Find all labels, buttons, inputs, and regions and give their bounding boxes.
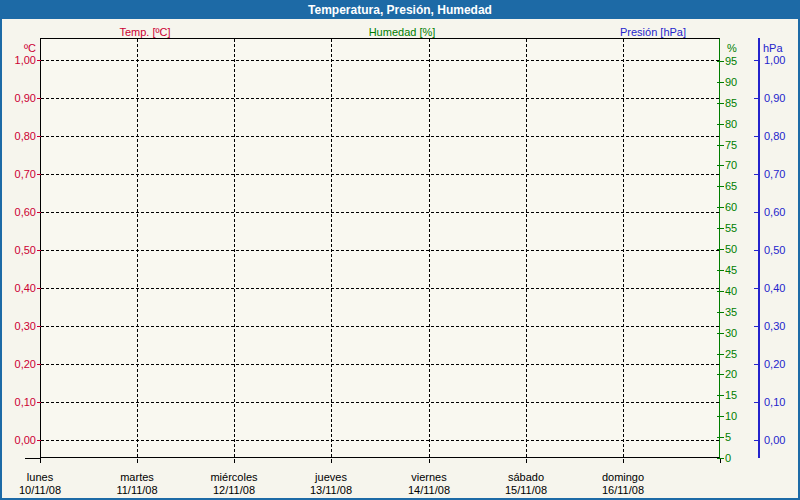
humidity-tick-label: 95 — [725, 55, 737, 67]
pressure-axis-tick — [754, 136, 759, 137]
temp-tick-label: 0,40 — [2, 282, 36, 294]
pressure-axis-tick — [754, 60, 759, 61]
date-label: 14/11/08 — [408, 484, 450, 496]
date-label: 11/11/08 — [116, 484, 157, 496]
x-axis-tick — [623, 459, 624, 463]
pressure-axis-tick — [754, 212, 759, 213]
pressure-axis-tick — [754, 402, 759, 403]
pressure-tick-label: 0,50 — [764, 244, 785, 256]
temp-axis-tick — [37, 174, 41, 175]
temp-tick-label: 0,90 — [2, 92, 36, 104]
grid-line-v — [526, 39, 527, 457]
humidity-tick-label: 20 — [725, 368, 737, 380]
pressure-axis-unit: hPa — [763, 42, 783, 54]
pressure-axis-line — [758, 38, 760, 458]
date-label: 12/11/08 — [213, 484, 255, 496]
humidity-axis-tick — [717, 145, 724, 146]
grid-line-v — [137, 39, 138, 457]
pressure-tick-label: 0,00 — [764, 434, 785, 446]
humidity-axis-tick — [717, 249, 724, 250]
temp-tick-label: 0,20 — [2, 358, 36, 370]
pressure-tick-label: 0,20 — [764, 358, 785, 370]
day-label: martes — [120, 471, 154, 483]
humidity-axis-tick — [717, 61, 724, 62]
temp-tick-label: 0,50 — [2, 244, 36, 256]
humidity-axis-tick — [717, 165, 724, 166]
day-label: viernes — [411, 471, 446, 483]
pressure-axis-tick — [754, 250, 759, 251]
window-title: Temperatura, Presión, Humedad — [308, 3, 492, 17]
humidity-tick-label: 55 — [725, 222, 737, 234]
humidity-tick-label: 10 — [725, 410, 737, 422]
humidity-axis-tick — [717, 312, 724, 313]
humidity-tick-label: 35 — [725, 306, 737, 318]
day-label: domingo — [602, 471, 644, 483]
temp-axis-tick — [37, 136, 41, 137]
temp-axis-tick — [37, 98, 41, 99]
humidity-tick-label: 40 — [725, 285, 737, 297]
humidity-axis-tick — [717, 291, 724, 292]
humidity-tick-label: 65 — [725, 180, 737, 192]
temp-axis-tick — [37, 364, 41, 365]
pressure-tick-label: 0,40 — [764, 282, 785, 294]
humidity-tick-label: 25 — [725, 348, 737, 360]
x-axis-tick — [526, 459, 527, 463]
grid-line-h — [41, 402, 719, 403]
humidity-axis-tick — [717, 124, 724, 125]
humidity-axis-unit: % — [727, 42, 737, 54]
humidity-axis-tick — [717, 228, 724, 229]
temp-tick-label: 0,00 — [2, 434, 36, 446]
humidity-axis-tick — [717, 207, 724, 208]
date-label: 13/11/08 — [310, 484, 352, 496]
humidity-axis-tick — [717, 186, 724, 187]
pressure-axis-tick — [754, 288, 759, 289]
humidity-axis-tick — [717, 374, 724, 375]
humidity-tick-label: 45 — [725, 264, 737, 276]
grid-line-v — [331, 39, 332, 457]
humidity-axis-tick — [717, 354, 724, 355]
humidity-tick-label: 90 — [725, 76, 737, 88]
x-axis-tick — [720, 459, 721, 463]
grid-line-h — [41, 60, 719, 61]
grid-line-v — [623, 39, 624, 457]
x-axis-extension — [25, 458, 41, 459]
humidity-tick-label: 30 — [725, 327, 737, 339]
humidity-tick-label: 75 — [725, 139, 737, 151]
temp-tick-label: 0,10 — [2, 396, 36, 408]
chart-window: Temperatura, Presión, Humedad Temp. [ºC]… — [0, 0, 800, 500]
humidity-axis-tick — [717, 437, 724, 438]
temp-axis-unit: ºC — [2, 42, 36, 54]
humidity-tick-label: 60 — [725, 201, 737, 213]
grid-line-h — [41, 250, 719, 251]
humidity-axis-tick — [717, 395, 724, 396]
temp-axis-tick — [37, 250, 41, 251]
temp-tick-label: 1,00 — [2, 54, 36, 66]
grid-line-h — [41, 326, 719, 327]
day-label: lunes — [27, 471, 53, 483]
x-axis-tick — [234, 459, 235, 463]
day-label: sábado — [508, 471, 544, 483]
pressure-tick-label: 0,30 — [764, 320, 785, 332]
date-label: 10/11/08 — [19, 484, 61, 496]
humidity-axis-tick — [717, 270, 724, 271]
temp-tick-label: 0,70 — [2, 168, 36, 180]
plot-area — [40, 38, 720, 458]
temp-axis-tick — [37, 288, 41, 289]
grid-line-h — [41, 98, 719, 99]
pressure-axis-tick — [754, 98, 759, 99]
pressure-axis-tick — [754, 174, 759, 175]
title-bar: Temperatura, Presión, Humedad — [2, 2, 798, 19]
grid-line-h — [41, 212, 719, 213]
temp-tick-label: 0,30 — [2, 320, 36, 332]
pressure-tick-label: 1,00 — [764, 54, 785, 66]
humidity-axis-tick — [717, 103, 724, 104]
pressure-tick-label: 0,90 — [764, 92, 785, 104]
humidity-tick-label: 80 — [725, 118, 737, 130]
x-axis-tick — [40, 459, 41, 463]
pressure-tick-label: 0,60 — [764, 206, 785, 218]
pressure-axis-tick — [754, 440, 759, 441]
temp-axis-tick — [37, 60, 41, 61]
temp-tick-label: 0,60 — [2, 206, 36, 218]
temp-axis-tick — [37, 212, 41, 213]
pressure-axis-tick — [754, 326, 759, 327]
